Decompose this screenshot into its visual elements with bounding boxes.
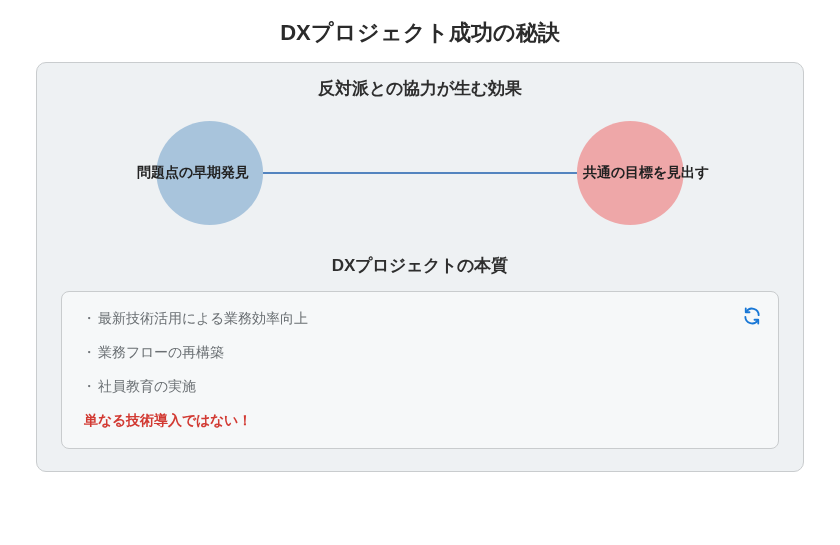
main-panel: 反対派との協力が生む効果 問題点の早期発見 共通の目標を見出す DXプロジェクト… [36, 62, 804, 472]
venn-scene: 問題点の早期発見 共通の目標を見出す [61, 108, 779, 238]
essence-heading: DXプロジェクトの本質 [61, 254, 779, 277]
essence-box: 最新技術活用による業務効率向上 業務フローの再構築 社員教育の実施 単なる技術導… [61, 291, 779, 449]
page-title: DXプロジェクト成功の秘訣 [36, 18, 804, 48]
right-node-label: 共通の目標を見出す [583, 164, 709, 182]
left-node-label: 問題点の早期発見 [137, 164, 249, 182]
page: DXプロジェクト成功の秘訣 反対派との協力が生む効果 問題点の早期発見 共通の目… [0, 0, 840, 545]
list-item: 最新技術活用による業務効率向上 [84, 310, 756, 328]
essence-emphasis: 単なる技術導入ではない！ [84, 412, 756, 430]
list-item: 業務フローの再構築 [84, 344, 756, 362]
list-item: 社員教育の実施 [84, 378, 756, 396]
effect-heading: 反対派との協力が生む効果 [61, 77, 779, 100]
essence-points: 最新技術活用による業務効率向上 業務フローの再構築 社員教育の実施 [84, 310, 756, 396]
